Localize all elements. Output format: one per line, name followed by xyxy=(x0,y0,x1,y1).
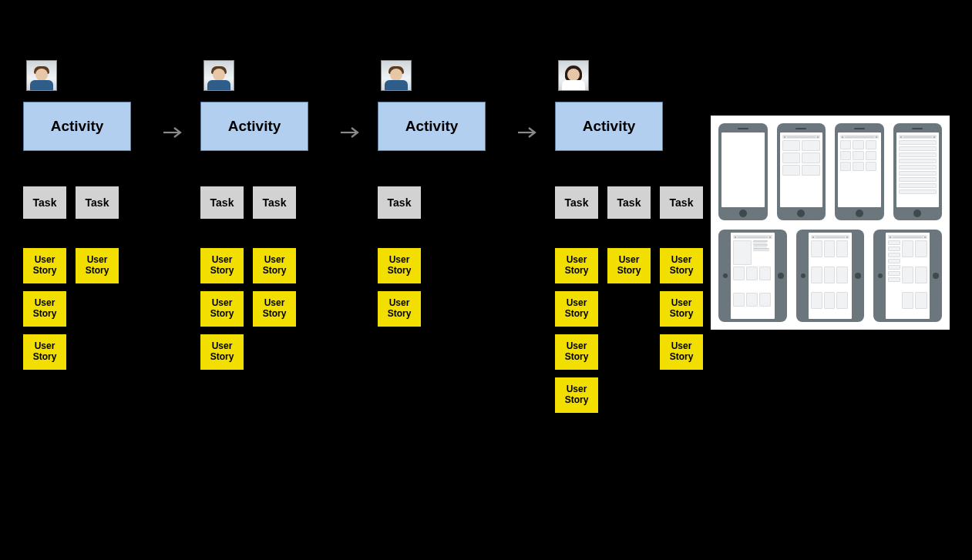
stories-column: User Story xyxy=(607,248,651,283)
activity-card: Activity xyxy=(23,102,131,151)
story-map-lane: ActivityTaskTaskTaskUser StoryUser Story… xyxy=(555,60,732,413)
task-card: Task xyxy=(76,186,119,219)
story-map-lane: ActivityTaskUser StoryUser Story xyxy=(378,60,501,327)
wireframe-row xyxy=(718,123,942,220)
user-story-card: User Story xyxy=(200,291,244,327)
task-label: Task xyxy=(86,196,109,209)
user-story-card: User Story xyxy=(660,248,703,283)
activity-card: Activity xyxy=(378,102,486,151)
task-card: Task xyxy=(200,186,244,219)
arrow-right-icon xyxy=(516,108,540,157)
task-card: Task xyxy=(253,186,296,219)
stories-column: User StoryUser Story xyxy=(378,248,421,327)
user-story-label: User Story xyxy=(557,298,597,320)
stories-column: User StoryUser StoryUser Story xyxy=(660,248,703,370)
user-story-label: User Story xyxy=(77,255,117,277)
user-story-card: User Story xyxy=(660,334,703,370)
stories-column: User StoryUser StoryUser Story xyxy=(200,248,244,370)
user-story-label: User Story xyxy=(609,255,649,277)
user-story-card: User Story xyxy=(555,291,598,327)
persona-avatar xyxy=(558,60,589,91)
user-story-label: User Story xyxy=(661,255,701,277)
activity-label: Activity xyxy=(51,118,104,135)
task-label: Task xyxy=(210,196,234,209)
task-card: Task xyxy=(555,186,598,219)
user-story-label: User Story xyxy=(557,255,597,277)
task-label: Task xyxy=(388,196,412,209)
stories-column: User Story xyxy=(76,248,119,283)
user-story-card: User Story xyxy=(253,291,296,327)
user-story-card: User Story xyxy=(23,334,66,370)
user-story-label: User Story xyxy=(202,341,242,363)
phone-wireframe-icon xyxy=(835,123,884,220)
user-story-label: User Story xyxy=(25,341,65,363)
tablet-wireframe-icon xyxy=(796,230,865,322)
task-label: Task xyxy=(263,196,287,209)
phone-wireframe-icon xyxy=(893,123,943,220)
stories-grid: User StoryUser Story xyxy=(378,248,421,327)
task-card: Task xyxy=(23,186,66,219)
user-story-label: User Story xyxy=(557,341,597,363)
wireframes-panel xyxy=(711,116,950,330)
story-map-lane: ActivityTaskTaskUser StoryUser StoryUser… xyxy=(23,60,146,370)
user-story-label: User Story xyxy=(661,298,701,320)
activity-label: Activity xyxy=(583,118,636,135)
user-story-card: User Story xyxy=(555,248,598,283)
stories-grid: User StoryUser StoryUser StoryUser Story… xyxy=(200,248,296,370)
user-story-label: User Story xyxy=(202,255,242,277)
persona-avatar xyxy=(26,60,57,91)
phone-wireframe-icon xyxy=(718,123,768,220)
user-story-card: User Story xyxy=(23,248,66,283)
story-map: ActivityTaskTaskUser StoryUser StoryUser… xyxy=(23,60,732,413)
activity-card: Activity xyxy=(555,102,663,151)
stories-grid: User StoryUser StoryUser StoryUser Story… xyxy=(555,248,703,413)
stories-column: User StoryUser StoryUser StoryUser Story xyxy=(555,248,598,413)
wireframe-row xyxy=(718,230,942,322)
user-story-label: User Story xyxy=(254,255,294,277)
tasks-row: TaskTaskTask xyxy=(555,186,703,219)
phone-wireframe-icon xyxy=(777,123,826,220)
task-card: Task xyxy=(607,186,651,219)
task-card: Task xyxy=(660,186,703,219)
arrow-right-icon xyxy=(162,108,185,157)
user-story-label: User Story xyxy=(557,384,597,406)
task-label: Task xyxy=(33,196,57,209)
tasks-row: Task xyxy=(378,186,421,219)
user-story-card: User Story xyxy=(253,248,296,283)
user-story-card: User Story xyxy=(607,248,651,283)
tablet-wireframe-icon xyxy=(873,230,942,322)
user-story-card: User Story xyxy=(23,291,66,327)
user-story-card: User Story xyxy=(200,334,244,370)
user-story-card: User Story xyxy=(378,248,421,283)
activity-card: Activity xyxy=(200,102,308,151)
user-story-card: User Story xyxy=(200,248,244,283)
user-story-card: User Story xyxy=(555,377,598,413)
user-story-label: User Story xyxy=(379,298,419,320)
task-label: Task xyxy=(617,196,641,209)
persona-avatar xyxy=(381,60,412,91)
stories-column: User StoryUser Story xyxy=(253,248,296,327)
user-story-card: User Story xyxy=(76,248,119,283)
stories-column: User StoryUser StoryUser Story xyxy=(23,248,66,370)
user-story-card: User Story xyxy=(378,291,421,327)
user-story-label: User Story xyxy=(202,298,242,320)
user-story-card: User Story xyxy=(555,334,598,370)
tasks-row: TaskTask xyxy=(200,186,296,219)
user-story-card: User Story xyxy=(660,291,703,327)
user-story-label: User Story xyxy=(661,341,701,363)
persona-avatar xyxy=(203,60,234,91)
user-story-label: User Story xyxy=(379,255,419,277)
task-label: Task xyxy=(670,196,694,209)
tasks-row: TaskTask xyxy=(23,186,119,219)
user-story-label: User Story xyxy=(25,255,65,277)
tablet-wireframe-icon xyxy=(718,230,787,322)
task-card: Task xyxy=(378,186,421,219)
user-story-label: User Story xyxy=(25,298,65,320)
story-map-lane: ActivityTaskTaskUser StoryUser StoryUser… xyxy=(200,60,324,370)
arrow-right-icon xyxy=(339,108,362,157)
user-story-label: User Story xyxy=(254,298,294,320)
task-label: Task xyxy=(565,196,589,209)
stories-grid: User StoryUser StoryUser StoryUser Story xyxy=(23,248,119,370)
activity-label: Activity xyxy=(405,118,459,135)
activity-label: Activity xyxy=(228,118,281,135)
